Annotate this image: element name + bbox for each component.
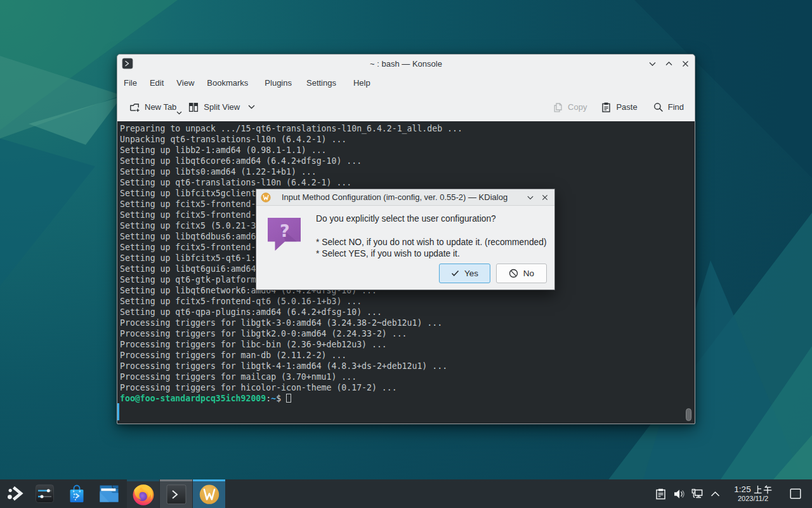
minimize-button[interactable] (648, 60, 657, 68)
prompt-colon: : (266, 394, 271, 403)
copy-icon (553, 102, 563, 113)
find-label: Find (668, 102, 684, 112)
terminal-line: Setting up libts0:amd64 (1.22-1+b1) ... (120, 166, 462, 177)
volume-tray-item[interactable] (673, 488, 684, 500)
yes-button[interactable]: Yes (439, 264, 490, 283)
plasma-launcher-icon (5, 485, 23, 503)
copy-label: Copy (568, 102, 587, 112)
terminal-line: Setting up qt6-qpa-plugins:amd64 (6.4.2+… (120, 307, 462, 318)
new-tab-dropdown-arrow[interactable] (176, 111, 182, 115)
menu-edit[interactable]: Edit (143, 76, 170, 90)
clock-date: 2023/11/2 (724, 495, 782, 502)
task-konsole[interactable] (160, 479, 192, 508)
paste-icon (601, 102, 612, 113)
find-icon (653, 102, 664, 113)
terminal-line: Processing triggers for hicolor-icon-the… (120, 382, 462, 393)
clipboard-tray-item[interactable] (655, 488, 666, 500)
terminal-line: Processing triggers for libgtk2.0-0:amd6… (120, 328, 462, 339)
dialog-minimize-button[interactable] (527, 194, 534, 201)
terminal-line: Processing triggers for libgtk-4-1:amd64… (120, 361, 462, 371)
system-tray: 1:25 2023/11/2 (655, 479, 812, 508)
task-kdialog[interactable] (193, 479, 225, 508)
show-desktop-icon (790, 488, 801, 499)
terminal-line: Setting up qt6-translations-l10n (6.4.2-… (120, 177, 462, 188)
show-desktop-button[interactable] (790, 488, 801, 499)
dialog-option-yes-text: * Select YES, if you wish to update it. (316, 248, 547, 260)
split-view-dropdown-arrow[interactable] (247, 104, 256, 110)
dialog-question-text: Do you explicitly select the user config… (316, 213, 547, 225)
window-title: ~ : bash — Konsole (117, 55, 695, 73)
yes-button-label: Yes (464, 269, 478, 278)
question-mark-bubble-icon: ? (267, 217, 301, 251)
terminal-line: Setting up fcitx5-frontend-qt6 (5.0.16-1… (120, 296, 462, 307)
volume-icon (673, 488, 684, 500)
application-launcher-button[interactable] (3, 479, 25, 508)
konsole-titlebar[interactable]: ~ : bash — Konsole (117, 55, 695, 73)
kdialog-task-icon (199, 484, 219, 505)
firefox-icon (130, 481, 156, 507)
dolphin-file-manager-launcher[interactable] (96, 479, 122, 508)
terminal-line: Preparing to unpack .../15-qt6-translati… (120, 123, 462, 134)
network-tray-item[interactable] (691, 488, 703, 500)
kdialog-titlebar[interactable]: Input Method Configuration (im-config, v… (256, 189, 554, 206)
split-view-label: Split View (204, 102, 240, 112)
copy-button: Copy (553, 102, 587, 113)
terminal-cursor (286, 394, 291, 403)
discover-icon (67, 484, 86, 504)
terminal-line: Processing triggers for man-db (2.11.2-2… (120, 350, 462, 361)
discover-launcher[interactable] (65, 479, 89, 508)
audio-settings-launcher[interactable] (32, 479, 56, 508)
split-view-button[interactable]: Split View (188, 102, 256, 113)
konsole-task-icon (166, 484, 187, 504)
kdialog-app-icon (261, 192, 271, 203)
menu-view[interactable]: View (170, 76, 200, 90)
terminal-line: Unpacking qt6-translations-l10n (6.4.2-1… (120, 134, 462, 145)
task-firefox[interactable] (127, 479, 159, 508)
new-output-indicator (117, 403, 119, 420)
terminal-line: Setting up libqt6core6:amd64 (6.4.2+dfsg… (120, 156, 462, 166)
caret-up-icon (710, 491, 720, 497)
prompt-user-host: foo@foo-standardpcq35ich92009 (120, 394, 266, 403)
slashed-circle-icon (509, 269, 518, 278)
find-button[interactable]: Find (653, 102, 684, 113)
menu-bookmarks[interactable]: Bookmarks (200, 76, 254, 90)
check-icon (451, 270, 459, 277)
clipboard-icon (655, 488, 666, 500)
terminal-line: Processing triggers for mailcap (3.70+nm… (120, 371, 462, 382)
terminal-scrollbar-thumb[interactable] (686, 408, 691, 421)
dialog-option-no-text: * Select NO, if you do not wish to updat… (316, 237, 547, 248)
menu-plugins[interactable]: Plugins (258, 76, 298, 90)
menu-settings[interactable]: Settings (300, 76, 343, 90)
menu-file[interactable]: File (117, 76, 143, 90)
new-tab-icon (129, 101, 140, 113)
folder-dolphin-icon (99, 485, 119, 504)
new-tab-label: New Tab (145, 102, 176, 112)
kdialog-task-indicator (193, 479, 225, 481)
terminal-line: Processing triggers for libgtk-3-0:amd64… (120, 318, 462, 328)
new-tab-button[interactable]: New Tab (129, 101, 176, 113)
network-icon (691, 488, 703, 500)
kdialog-body: ? Do you explicitly select the user conf… (256, 206, 554, 290)
menu-help[interactable]: Help (347, 76, 377, 90)
paste-label: Paste (616, 102, 637, 112)
close-button[interactable] (681, 60, 690, 68)
question-glyph: ? (280, 221, 290, 241)
terminal-line: Processing triggers for libc-bin (2.36-9… (120, 339, 462, 350)
prompt-dollar: $ (276, 394, 281, 403)
terminal-prompt-line: foo@foo-standardpcq35ich92009:~$ (120, 393, 462, 404)
maximize-button[interactable] (665, 60, 673, 68)
digital-clock[interactable]: 1:25 2023/11/2 (724, 485, 782, 502)
expand-tray-button[interactable] (710, 491, 720, 497)
clock-am-cjk-glyphs (754, 485, 772, 494)
dialog-close-button[interactable] (541, 194, 549, 201)
prompt-cwd: ~ (271, 394, 276, 403)
paste-button[interactable]: Paste (601, 102, 637, 113)
clock-time-value: 1:25 (734, 485, 750, 494)
konsole-task-indicator (160, 479, 192, 481)
terminal-line: Setting up libb2-1:amd64 (0.98.1-1.1) ..… (120, 145, 462, 156)
no-button-label: No (523, 269, 534, 278)
no-button[interactable]: No (496, 264, 547, 283)
dialog-title: Input Method Configuration (im-config, v… (273, 189, 516, 206)
split-view-icon (188, 102, 199, 113)
taskbar-panel: 1:25 2023/11/2 (0, 479, 812, 508)
